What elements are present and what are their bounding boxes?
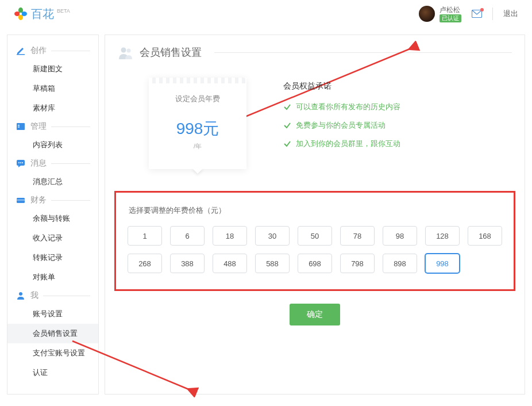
price-option[interactable]: 78 [340,226,375,246]
user-info[interactable]: 卢松松 已认证 [440,6,461,22]
sidebar-section-header: 财务 [7,191,98,209]
sidebar-item[interactable]: 新建图文 [7,59,98,79]
benefit-item: 免费参与你的会员专属活动 [283,120,400,131]
top-header: 百花 BETA 卢松松 已认证 退出 [0,0,532,28]
svg-point-13 [22,162,23,163]
price-option[interactable]: 698 [298,254,332,273]
sidebar-item[interactable]: 素材库 [7,98,98,118]
logout-button[interactable]: 退出 [503,9,518,19]
logo-text: 百花 [31,6,54,22]
section-icon [16,45,26,56]
price-per: /年 [149,142,246,151]
svg-point-4 [20,13,22,15]
section-icon [16,158,26,168]
svg-rect-8 [18,125,20,126]
sidebar-section-header: 消息 [7,155,98,172]
sidebar-section-header: 我 [7,287,98,304]
sidebar-item[interactable]: 转账记录 [7,248,98,267]
check-icon [283,121,291,129]
svg-point-11 [18,162,20,163]
page-title: 会员销售设置 [140,45,202,59]
section-title: 创作 [30,45,47,56]
sidebar-item[interactable]: 内容列表 [7,135,98,155]
benefit-text: 加入到你的会员群里，跟你互动 [296,139,400,149]
price-card: 设定会员年费 998元 /年 [149,78,246,169]
price-card-title: 设定会员年费 [149,94,246,104]
price-value: 998元 [149,118,246,140]
page-title-row: 会员销售设置 [118,44,512,65]
price-option[interactable]: 998 [425,254,460,273]
selector-label: 选择要调整的年费价格（元） [129,205,502,216]
svg-rect-6 [17,54,25,55]
svg-point-19 [127,49,131,53]
title-divider [214,52,512,53]
price-option[interactable]: 168 [468,226,502,246]
sidebar-item[interactable]: 会员销售设置 [7,324,98,343]
section-icon [16,121,26,132]
price-option[interactable]: 488 [213,254,247,273]
verified-badge: 已认证 [440,14,461,22]
svg-point-12 [20,162,21,163]
svg-rect-9 [18,127,20,128]
price-option[interactable]: 268 [128,254,162,273]
price-option[interactable]: 30 [255,226,290,246]
section-title: 财务 [30,195,47,205]
price-option[interactable]: 898 [383,254,417,273]
section-title: 消息 [30,158,47,168]
price-option[interactable]: 388 [170,254,205,273]
benefits-column: 会员权益承诺 可以查看你所有发布的历史内容免费参与你的会员专属活动加入到你的会员… [283,78,400,157]
price-option[interactable]: 798 [340,254,375,273]
price-option[interactable]: 128 [425,226,460,246]
sidebar-section-header: 创作 [7,42,98,59]
user-icon [118,44,134,60]
sidebar-item[interactable]: 对账单 [7,267,98,287]
svg-point-18 [121,48,126,53]
benefits-heading: 会员权益承诺 [283,81,400,91]
benefit-item: 加入到你的会员群里，跟你互动 [283,139,400,149]
price-option[interactable]: 6 [170,226,205,246]
section-title: 管理 [30,121,47,132]
logo-icon [14,7,28,21]
divider [492,7,493,20]
price-option[interactable]: 18 [213,226,247,246]
sidebar-item[interactable]: 消息汇总 [7,172,98,191]
sidebar-item[interactable]: 余额与转账 [7,209,98,228]
svg-rect-15 [17,200,25,201]
price-option[interactable]: 1 [128,226,162,246]
logo[interactable]: 百花 BETA [14,6,70,22]
price-option[interactable]: 588 [255,254,290,273]
sidebar: 创作新建图文草稿箱素材库管理内容列表消息消息汇总财务余额与转账收入记录转账记录对… [7,35,99,394]
sidebar-item[interactable]: 支付宝账号设置 [7,343,98,363]
sidebar-item[interactable]: 收入记录 [7,228,98,248]
svg-point-3 [21,12,27,16]
check-icon [283,140,291,148]
price-option[interactable]: 98 [383,226,417,246]
main-panel: 会员销售设置 设定会员年费 998元 /年 会员权益承诺 可以查看你所有发布的历… [105,35,525,394]
price-option[interactable]: 50 [298,226,332,246]
avatar[interactable] [419,6,435,22]
mail-icon[interactable] [472,10,482,18]
price-grid: 1618305078981281682683884885886987988989… [128,226,502,273]
notification-dot [480,8,484,12]
card-pointer [192,168,203,174]
benefit-text: 免费参与你的会员专属活动 [296,120,385,131]
user-name: 卢松松 [440,6,460,14]
section-title: 我 [30,290,38,301]
beta-badge: BETA [57,8,70,14]
sidebar-item[interactable]: 认证 [7,363,98,382]
section-icon [16,195,26,205]
section-icon [16,290,26,301]
sidebar-item[interactable]: 草稿箱 [7,79,98,98]
check-icon [283,103,291,111]
sidebar-section-header: 管理 [7,118,98,135]
benefit-item: 可以查看你所有发布的历史内容 [283,102,400,112]
benefit-text: 可以查看你所有发布的历史内容 [296,102,400,112]
price-selector-block: 选择要调整的年费价格（元） 16183050789812816826838848… [114,191,515,291]
sidebar-item[interactable]: 账号设置 [7,304,98,324]
price-card-wrap: 设定会员年费 998元 /年 [149,78,246,174]
confirm-button[interactable]: 确定 [290,304,340,325]
svg-point-16 [19,292,22,296]
